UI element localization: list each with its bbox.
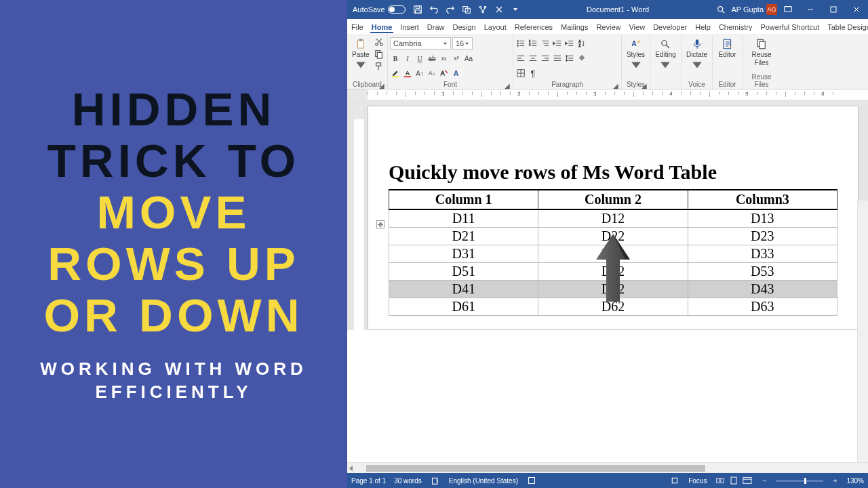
change-case-button[interactable]: Aa <box>463 53 474 64</box>
zoom-slider[interactable] <box>776 480 823 482</box>
font-launcher-icon[interactable]: ◢ <box>504 82 511 89</box>
user-account[interactable]: AP Gupta AG <box>732 4 778 15</box>
tab-chemistry[interactable]: Chemistry <box>715 19 757 35</box>
tab-review[interactable]: Review <box>592 19 625 35</box>
table-header-0[interactable]: Column 1 <box>389 190 538 209</box>
focus-mode-button[interactable] <box>669 475 680 486</box>
web-layout-icon[interactable] <box>742 475 753 486</box>
tab-table-design[interactable]: Table Design <box>823 19 868 35</box>
read-mode-icon[interactable] <box>715 475 726 486</box>
font-color-button[interactable]: A <box>402 68 413 79</box>
justify-button[interactable] <box>552 53 563 64</box>
bullets-button[interactable] <box>515 38 526 49</box>
qat-close-icon[interactable] <box>494 4 505 15</box>
accessibility-icon[interactable] <box>526 475 537 486</box>
tab-layout[interactable]: Layout <box>480 19 511 35</box>
clear-format-button[interactable]: A <box>439 68 450 79</box>
table-cell[interactable]: D21 <box>389 227 538 245</box>
table-cell[interactable]: D53 <box>688 262 837 280</box>
cut-icon[interactable] <box>374 37 384 47</box>
highlight-button[interactable] <box>390 68 401 79</box>
increase-indent-button[interactable] <box>564 38 575 49</box>
text-effects-button[interactable]: A <box>451 68 462 79</box>
qat-icon-4[interactable] <box>461 4 472 15</box>
dictate-button[interactable]: Dictate <box>684 37 710 73</box>
undo-icon[interactable] <box>429 4 439 15</box>
tab-view[interactable]: View <box>625 19 649 35</box>
font-name-select[interactable]: Cambria <box>390 37 451 49</box>
save-icon[interactable] <box>412 4 423 15</box>
qat-icon-5[interactable] <box>477 4 488 15</box>
redo-icon[interactable] <box>445 4 456 15</box>
align-left-button[interactable] <box>515 53 526 64</box>
status-page[interactable]: Page 1 of 1 <box>351 477 386 485</box>
table-cell[interactable]: D12 <box>538 209 688 227</box>
table-header-1[interactable]: Column 2 <box>538 190 688 209</box>
tab-file[interactable]: File <box>347 19 368 35</box>
table-cell[interactable]: D61 <box>389 298 538 315</box>
status-words[interactable]: 30 words <box>394 477 422 485</box>
format-painter-icon[interactable] <box>374 61 384 72</box>
table-cell[interactable]: D23 <box>688 227 837 245</box>
italic-button[interactable]: I <box>402 53 413 64</box>
table-cell[interactable]: D13 <box>688 209 837 227</box>
table-move-handle-icon[interactable]: ✥ <box>376 220 384 228</box>
vertical-scrollbar[interactable] <box>857 201 868 462</box>
align-center-button[interactable] <box>528 53 538 64</box>
styles-button[interactable]: A Styles <box>624 37 648 73</box>
tab-powerful-shortcut[interactable]: Powerful Shortcut <box>756 19 823 35</box>
tab-home[interactable]: Home <box>368 19 397 35</box>
document-page[interactable]: Quickly move rows of Ms Word Table ✥ Col… <box>368 106 859 330</box>
bold-button[interactable]: B <box>390 53 401 64</box>
align-right-button[interactable] <box>540 53 551 64</box>
zoom-in-button[interactable]: + <box>831 475 838 486</box>
maximize-button[interactable] <box>822 0 845 19</box>
tab-references[interactable]: References <box>511 19 557 35</box>
tab-mailings[interactable]: Mailings <box>557 19 592 35</box>
numbering-button[interactable]: 12 <box>528 38 538 49</box>
sort-button[interactable]: AZ <box>576 38 587 49</box>
multilevel-button[interactable] <box>540 38 551 49</box>
shading-button[interactable] <box>576 53 587 64</box>
line-spacing-button[interactable] <box>564 53 575 64</box>
vertical-ruler[interactable] <box>354 106 365 330</box>
table-row[interactable]: D11D12D13 <box>389 209 837 227</box>
reuse-files-button[interactable]: Reuse Files <box>749 37 774 68</box>
subscript-button[interactable]: x₂ <box>439 53 450 64</box>
show-marks-button[interactable]: ¶ <box>528 68 538 79</box>
autosave-toggle[interactable] <box>388 5 406 14</box>
table-cell[interactable]: D41 <box>389 280 538 298</box>
paste-button[interactable]: Paste <box>349 37 372 73</box>
zoom-out-button[interactable]: − <box>761 475 768 486</box>
borders-button[interactable] <box>515 68 526 79</box>
font-size-select[interactable]: 16 <box>452 37 473 49</box>
editor-button[interactable]: Editor <box>715 37 738 60</box>
editing-button[interactable]: Editing <box>652 37 679 73</box>
clipboard-launcher-icon[interactable]: ◢ <box>378 82 385 89</box>
horizontal-scrollbar[interactable] <box>347 462 868 473</box>
tab-design[interactable]: Design <box>448 19 479 35</box>
tab-help[interactable]: Help <box>691 19 715 35</box>
qat-dropdown-icon[interactable] <box>510 4 521 15</box>
status-language[interactable]: English (United States) <box>449 477 518 485</box>
tab-draw[interactable]: Draw <box>423 19 449 35</box>
table-cell[interactable]: D31 <box>389 245 538 262</box>
minimize-button[interactable] <box>799 0 822 19</box>
table-cell[interactable]: D63 <box>688 298 837 315</box>
shrink-font-button[interactable]: A↓ <box>427 68 437 79</box>
table-cell[interactable]: D11 <box>389 209 538 227</box>
decrease-indent-button[interactable] <box>552 38 563 49</box>
copy-icon[interactable] <box>374 49 384 60</box>
tab-insert[interactable]: Insert <box>396 19 423 35</box>
document-heading[interactable]: Quickly move rows of Ms Word Table <box>389 161 837 184</box>
superscript-button[interactable]: x² <box>451 53 462 64</box>
zoom-level[interactable]: 130% <box>846 477 864 485</box>
styles-launcher-icon[interactable]: ◢ <box>641 82 648 89</box>
search-icon[interactable] <box>715 4 726 15</box>
strikethrough-button[interactable]: ab <box>427 53 437 64</box>
horizontal-ruler[interactable]: 123456 <box>347 89 868 100</box>
grow-font-button[interactable]: A↑ <box>414 68 425 79</box>
tab-developer[interactable]: Developer <box>649 19 691 35</box>
spellcheck-icon[interactable] <box>430 475 441 486</box>
table-cell[interactable]: D43 <box>688 280 837 298</box>
